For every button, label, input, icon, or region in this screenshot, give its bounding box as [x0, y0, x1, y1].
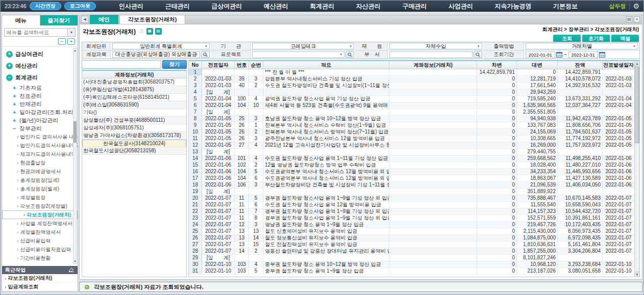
ledger-row[interactable]: 242022-01-07123영남권 철도차량 청소 용역 1~9월 정산 입금… [189, 222, 634, 228]
sidebar-item[interactable]: ›각보조원장2(계정별) [2, 202, 78, 210]
tab-scroll-left-icon[interactable]: ◀ [81, 16, 88, 23]
ledger-row[interactable]: 52022-01-041004광역권 철도차량 청소사업 용역 기성 정산 입금… [189, 96, 634, 102]
department-input[interactable] [389, 51, 473, 58]
expand-plus-icon[interactable]: + [13, 85, 17, 91]
period-from-input[interactable]: 2022-01-01 [526, 51, 555, 58]
scrollbar-thumb[interactable] [635, 67, 639, 143]
expand-plus-icon[interactable]: + [13, 117, 17, 123]
recent-work-item[interactable]: ›입금계좌조회 [2, 283, 78, 291]
sidebar-item[interactable]: ›사업별 계정잔액명세서 [2, 219, 78, 228]
top-menu-item[interactable]: 근태관리 [165, 2, 190, 11]
sidebar-item[interactable]: −장부관리 [2, 124, 78, 132]
tree-scroll-up-icon[interactable]: ▲ [73, 49, 77, 52]
top-menu-item[interactable]: 자산관리 [356, 2, 381, 11]
sidebar-item[interactable]: ›체크카드결의서사용내역 [2, 150, 78, 158]
tree-scrollbar-thumb[interactable] [73, 121, 77, 143]
ledger-row[interactable]: 32022-01-03402수도권 철도차량정비단 건축물 및 시설장비(1~1… [189, 83, 634, 89]
tree-scrollbar[interactable]: ▲▼ [73, 48, 77, 264]
ledger-row[interactable]: 62022-01-0410410제4회 서울역 등 523동 건축물(수도권광역… [189, 102, 634, 109]
account-select[interactable]: 대손충당금(외상매출금) 외상매출금▼ [112, 51, 200, 58]
expand-plus-icon[interactable]: + [13, 101, 17, 107]
ledger-row[interactable]: 222022-01-07117경부권 철도차량 청소사업 용역 1~9월 기성 … [189, 208, 634, 215]
ledger-row[interactable]: 162022-01-061045수도권광역본부 역사내 청소서비스 12월 방역… [189, 169, 634, 175]
ledger-row[interactable]: 312022-01-101035중부권 철도차량 청소 용역 1~9월 정산 입… [189, 268, 634, 275]
popup-window-icon[interactable]: ▤ [155, 28, 162, 35]
ledger-row[interactable]: 1*** 전 월 이 월 ***14,422,859,791014,422,85… [189, 69, 634, 76]
ledger-row[interactable]: 122022-01-052742021년 12월 고속시설전기사업단 및 시설장… [189, 142, 634, 149]
account-row[interactable]: 영남권 가야사업소(차량환경)(3058173178) [82, 132, 186, 140]
calendar-icon[interactable] [599, 51, 605, 58]
expand-plus-icon[interactable]: + [13, 109, 17, 115]
account-row[interactable]: 삼성페자(주)(3068105751) [82, 124, 186, 132]
menu-search-input[interactable] [4, 28, 68, 37]
account-row[interactable]: (유)무림산업개발(4128143875) [82, 86, 186, 94]
tab-favorites[interactable]: 즐겨찾기 [40, 15, 78, 25]
top-menu-item[interactable]: 예산관리 [264, 2, 288, 11]
settings-gear-icon[interactable]: ⚙ [633, 3, 639, 10]
ledger-row[interactable]: 4[일 계]029,943,259 [189, 89, 634, 96]
close-icon[interactable]: × [634, 16, 640, 22]
sidebar-item[interactable]: +일마감관리(조회.처리) [2, 108, 78, 116]
ledger-row[interactable]: 19[일 계]0351,889,922 [189, 189, 634, 195]
ledger-row[interactable]: 7[일 계]02,355,551,805 [189, 109, 634, 116]
sidebar-item[interactable]: ›총계정원장(일계) [2, 176, 78, 184]
tree-scroll-down-icon[interactable]: ▼ [73, 260, 77, 263]
scroll-up-icon[interactable]: ▲ [635, 61, 639, 66]
sidebar-item[interactable]: ›현금출납장 [2, 158, 78, 167]
ledger-row[interactable]: 152022-01-06102212월 영남권 철도차량청소 방역 업무 수탁비… [189, 162, 634, 169]
favorite-star-icon[interactable]: ☆ [139, 28, 144, 41]
scroll-down-icon[interactable]: ▼ [635, 272, 639, 277]
sidebar-item[interactable]: +(월/년)마감관리 [2, 116, 78, 124]
collapse-all-button[interactable]: − [58, 38, 66, 45]
sidebar-item[interactable]: ›계정별잔액명세서 [2, 228, 78, 236]
sidebar-item[interactable]: ›각보조원장(거래처) [2, 210, 78, 219]
tab-ledger-document[interactable]: 각보조원장(거래처) [119, 15, 185, 24]
department-search-icon[interactable] [474, 51, 482, 58]
ledger-row[interactable]: 29[일 계]08,101,827,246 [189, 255, 634, 261]
query-button[interactable]: 조회 [553, 35, 581, 42]
top-menu-item[interactable]: 급상여관리 [211, 2, 242, 11]
account-filter-input[interactable] [82, 60, 161, 69]
top-menu-item[interactable]: 구매관리 [402, 2, 427, 11]
project-select[interactable]: ▼ [252, 51, 344, 58]
account-row[interactable]: (주)록인김해레스포타운(6158145021) [82, 94, 186, 101]
eraser-icon[interactable] [68, 267, 75, 273]
ledger-row[interactable]: 92022-01-05261전북본부 역사내 청소서비스 수탁비 정산(1~9월… [189, 122, 634, 129]
sidebar-item[interactable]: +예산관리 [2, 60, 78, 72]
tab-list-icon[interactable]: ▤ [626, 16, 632, 22]
ledger-row[interactable]: 262022-01-071314철도 정보통신설비 유지보수 용역비 입금01,… [189, 235, 634, 242]
sidebar-item[interactable]: ›기간비용현황 [2, 254, 78, 262]
ledger-row[interactable]: 212022-01-07116수도권 철도차량 청소사업 용역 12월 방역비용… [189, 202, 634, 208]
sidebar-item[interactable]: −회계관리 [2, 72, 78, 84]
reset-button[interactable]: 초기화 [582, 35, 610, 42]
account-row[interactable]: (주)에스알(3058631590) [82, 101, 186, 109]
period-to-input[interactable]: 2022-12-31 [568, 51, 598, 58]
calendar-icon[interactable] [556, 51, 562, 58]
sidebar-item[interactable]: ›현금과예금명세서 [2, 167, 78, 176]
sidebar-item[interactable]: +급상여관리 [2, 48, 78, 60]
sidebar-item[interactable]: +반제관리 [2, 100, 78, 108]
sidebar-item[interactable]: +기초자료 [2, 84, 78, 92]
account-row[interactable]: (사)대전충남경영자총협회(3058203757) [82, 78, 186, 86]
ledger-row[interactable]: 22022-01-03393강원본부 역사내청소서비스 기성 정산 입금012,… [189, 76, 634, 83]
expand-plus-icon[interactable]: + [6, 63, 13, 69]
project-search-icon[interactable] [345, 51, 354, 58]
ledger-row[interactable]: 202022-01-07115경부권 철도차량 청소사업 용역 1~9월 기성 … [189, 195, 634, 202]
find-button[interactable]: 찾기 [162, 60, 187, 69]
ledger-row[interactable]: 232022-01-07118경부권 철도차량 청소사업 용역 1~9월 기성 … [189, 215, 634, 222]
tab-menu[interactable]: 메뉴 [2, 15, 40, 25]
ledger-row[interactable]: 182022-01-061063부산철도차량정비단 건축물 및 시설장비 기성 … [189, 182, 634, 189]
tab-home[interactable]: 메인 [90, 15, 118, 24]
vertical-scrollbar[interactable]: ▲ ▼ [634, 61, 639, 277]
account-row[interactable]: 삼성물산(주) 건설부문(4688500111) [82, 117, 186, 124]
search-dropdown-icon[interactable]: ▼ [68, 28, 76, 37]
collapse-minus-icon[interactable]: − [6, 74, 13, 81]
top-menu-item[interactable]: 회계관리 [310, 2, 334, 11]
ledger-row[interactable]: 282022-01-07142영동선 솔안터널 및 강릉선 장대터널 유지관리 … [189, 248, 634, 255]
account-row[interactable]: 한국철도시설공단(3058213158) [82, 147, 186, 155]
excel-button[interactable]: 엑셀 [611, 35, 639, 42]
collapse-minus-icon[interactable]: − [13, 125, 17, 131]
sidebar-item[interactable]: ›계정별원장 [2, 193, 78, 202]
top-menu-item[interactable]: 지속가능경영 [494, 2, 531, 11]
ledger-row[interactable]: 13[일 계]0279,440,755 [189, 149, 634, 155]
